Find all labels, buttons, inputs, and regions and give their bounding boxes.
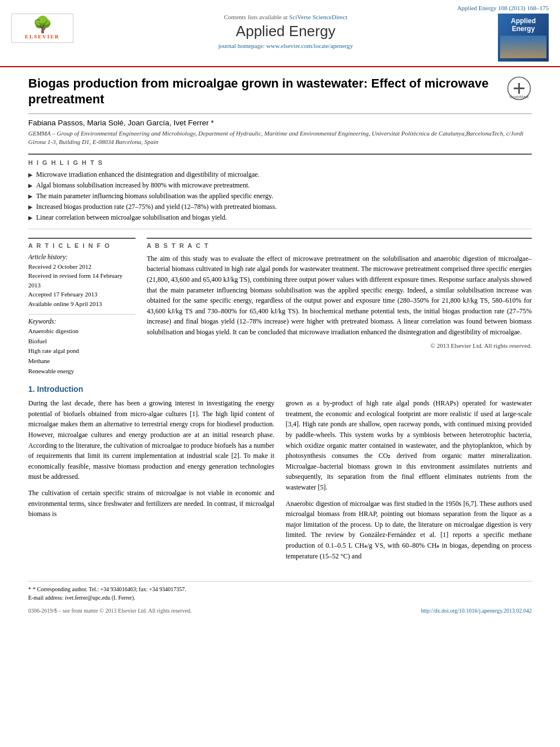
arrow-icon-5: ▶ <box>28 213 33 222</box>
article-info-col: A R T I C L E I N F O Article history: R… <box>28 238 135 376</box>
ae-logo-title: AppliedEnergy <box>500 17 546 33</box>
footer-notes: * * Corresponding author. Tel.: +34 9340… <box>28 585 532 602</box>
journal-title: Applied Energy <box>85 23 487 40</box>
journal-header: Applied Energy 108 (2013) 168–175 🌳 ELSE… <box>0 0 560 67</box>
intro-right-p1: grown as a by-product of high rate algal… <box>286 398 532 492</box>
section-title: 1. Introduction <box>28 385 532 394</box>
article-footer: * * Corresponding author. Tel.: +34 9340… <box>28 581 532 605</box>
elsevier-brand-text: ELSEVIER <box>25 34 60 40</box>
highlight-item-2: ▶ Algal biomass solubilisation increased… <box>28 180 532 190</box>
science-direct-line: Contents lists available at SciVerse Sci… <box>85 14 487 20</box>
elsevier-tree-icon: 🌳 <box>33 17 53 33</box>
star-symbol: * <box>28 585 31 593</box>
abstract-text: The aim of this study was to evaluate th… <box>147 254 532 338</box>
journal-center: Contents lists available at SciVerse Sci… <box>73 14 498 49</box>
highlight-item-5: ▶ Linear correlation between microalgae … <box>28 212 532 222</box>
keywords-section: Keywords: Anaerobic digestion Biofuel Hi… <box>28 314 135 376</box>
arrow-icon-3: ▶ <box>28 192 33 200</box>
page-wrapper: Applied Energy 108 (2013) 168–175 🌳 ELSE… <box>0 0 560 614</box>
doi-anchor[interactable]: http://dx.doi.org/10.1016/j.apenergy.201… <box>421 608 532 614</box>
intro-right-col: grown as a by-product of high rate algal… <box>286 398 532 567</box>
svg-text:CrossMark: CrossMark <box>510 95 529 99</box>
contents-list-text: Contents lists available at <box>224 14 288 20</box>
revised-date: Received in revised form 14 February 201… <box>28 271 135 290</box>
accepted-date: Accepted 17 February 2013 <box>28 290 135 299</box>
highlight-item-4: ▶ Increased biogas production rate (27–7… <box>28 202 532 212</box>
keyword-2: Biofuel <box>28 337 135 347</box>
intro-left-p2: The cultivation of certain specific stra… <box>28 488 274 519</box>
keyword-5: Renewable energy <box>28 366 135 377</box>
email-note: E-mail address: ivet.ferrer@upc.edu (I. … <box>28 593 532 602</box>
crossmark-icon: CrossMark <box>506 76 532 101</box>
highlights-list: ▶ Microwave irradiation enhanced the dis… <box>28 169 532 222</box>
received-date: Received 2 October 2012 <box>28 262 135 272</box>
highlight-text-3: The main parameter influencing biomass s… <box>36 191 273 201</box>
article-history: Article history: Received 2 October 2012… <box>28 254 135 309</box>
highlight-text-2: Algal biomass solubilisation increased b… <box>36 180 250 190</box>
abstract-copyright: © 2013 Elsevier Ltd. All rights reserved… <box>147 342 532 349</box>
science-direct-link[interactable]: SciVerse ScienceDirect <box>289 14 347 20</box>
highlight-text-5: Linear correlation between microalgae so… <box>36 212 227 222</box>
abstract-col: A B S T R A C T The aim of this study wa… <box>147 238 532 376</box>
highlights-section: H I G H L I G H T S ▶ Microwave irradiat… <box>28 154 532 229</box>
doi-link[interactable]: http://dx.doi.org/10.1016/j.apenergy.201… <box>421 608 532 614</box>
journal-top-bar: 🌳 ELSEVIER Contents lists available at S… <box>11 14 549 62</box>
article-title: Biogas production from microalgae grown … <box>28 76 501 108</box>
elsevier-logo: 🌳 ELSEVIER <box>11 14 73 43</box>
keyword-1: Anaerobic digestion <box>28 326 135 337</box>
homepage-link[interactable]: journal homepage: www.elsevier.com/locat… <box>218 42 353 49</box>
history-label: Article history: <box>28 254 135 260</box>
citation-text: Applied Energy 108 (2013) 168–175 <box>457 5 549 11</box>
affiliation: GEMMA – Group of Environmental Engineeri… <box>28 129 532 147</box>
keyword-3: High rate algal pond <box>28 346 135 356</box>
article-info-title: A R T I C L E I N F O <box>28 238 135 249</box>
authors: Fabiana Passos, Maria Solé, Joan García,… <box>28 119 532 127</box>
corresponding-author-note: * Corresponding author. Tel.: +34 934016… <box>33 585 186 593</box>
journal-homepage: journal homepage: www.elsevier.com/locat… <box>85 42 487 49</box>
introduction-body: During the last decade, there has been a… <box>28 398 532 567</box>
highlight-text-4: Increased biogas production rate (27–75%… <box>36 202 277 212</box>
available-date: Available online 9 April 2013 <box>28 299 135 309</box>
highlight-item-3: ▶ The main parameter influencing biomass… <box>28 191 532 201</box>
intro-right-p2: Anaerobic digestion of microalgae was fi… <box>286 499 532 562</box>
issn-text: 0306-2619/$ – see front matter © 2013 El… <box>28 608 191 614</box>
article-content: Biogas production from microalgae grown … <box>0 67 560 575</box>
keywords-label: Keywords: <box>28 318 135 325</box>
abstract-title: A B S T R A C T <box>147 238 532 249</box>
introduction-section: 1. Introduction During the last decade, … <box>28 385 532 567</box>
footer-bottom: 0306-2619/$ – see front matter © 2013 El… <box>0 608 560 614</box>
intro-left-col: During the last decade, there has been a… <box>28 398 274 567</box>
highlight-text-1: Microwave irradiation enhanced the disin… <box>36 169 260 180</box>
intro-left-p1: During the last decade, there has been a… <box>28 398 274 482</box>
arrow-icon-1: ▶ <box>28 171 33 179</box>
author-names: Fabiana Passos, Maria Solé, Joan García,… <box>28 119 214 127</box>
article-title-section: Biogas production from microalgae grown … <box>28 76 532 114</box>
star-note: * * Corresponding author. Tel.: +34 9340… <box>28 585 532 593</box>
arrow-icon-2: ▶ <box>28 181 33 190</box>
keyword-4: Methane <box>28 356 135 366</box>
highlight-item-1: ▶ Microwave irradiation enhanced the dis… <box>28 169 532 180</box>
applied-energy-logo-box: AppliedEnergy <box>498 14 549 62</box>
article-info-abstract-row: A R T I C L E I N F O Article history: R… <box>28 238 532 376</box>
arrow-icon-4: ▶ <box>28 203 33 211</box>
highlights-title: H I G H L I G H T S <box>28 159 532 166</box>
